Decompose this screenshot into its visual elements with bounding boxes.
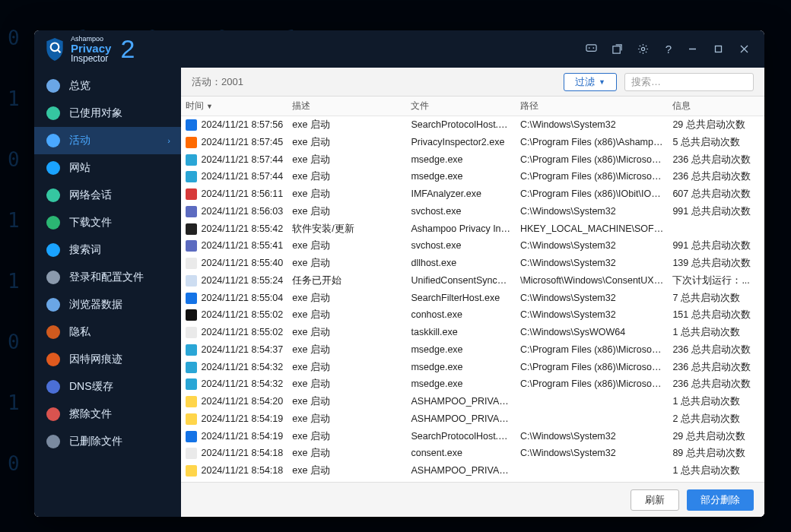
sidebar-icon <box>46 435 60 448</box>
sidebar-item-2[interactable]: 活动› <box>34 127 181 154</box>
sidebar-item-label: 活动 <box>69 134 91 147</box>
row-icon <box>186 431 197 442</box>
search-input[interactable] <box>624 73 754 91</box>
sidebar-item-7[interactable]: 登录和配置文件 <box>34 264 181 291</box>
sidebar-item-6[interactable]: 搜索词 <box>34 236 181 264</box>
chevron-right-icon: › <box>167 136 170 145</box>
close-button[interactable] <box>731 40 757 59</box>
table-row[interactable]: 2024/11/21 8:55:04exe 启动SearchFilterHost… <box>181 290 764 307</box>
sort-desc-icon: ▼ <box>206 103 213 110</box>
sidebar-icon <box>46 298 60 312</box>
row-icon <box>186 223 197 235</box>
table-row[interactable]: 2024/11/21 8:55:40exe 启动dllhost.exeC:\Wi… <box>181 255 764 272</box>
table-row[interactable]: 2024/11/21 8:54:19exe 启动ASHAMPOO_PRIVACY… <box>181 410 764 428</box>
table-row[interactable]: 2024/11/21 8:54:32exe 启动msedge.exeC:\Pro… <box>181 359 764 376</box>
table-row[interactable]: 2024/11/21 8:55:02exe 启动conhost.exeC:\Wi… <box>181 306 764 324</box>
sidebar-item-3[interactable]: 网站 <box>34 154 181 182</box>
sidebar-icon <box>46 353 60 366</box>
footer: 刷新 部分删除 <box>181 482 764 517</box>
table-row[interactable]: 2024/11/21 8:54:19exe 启动SearchProtocolHo… <box>181 428 764 445</box>
sidebar-item-10[interactable]: 因特网痕迹 <box>34 346 181 373</box>
table-row[interactable]: 2024/11/21 8:55:24任务已开始UnifiedConsentSyn… <box>181 272 764 290</box>
maximize-button[interactable] <box>705 40 731 59</box>
brand-bot: Inspector <box>71 54 111 63</box>
sidebar-item-4[interactable]: 网络会话 <box>34 182 181 209</box>
sidebar-icon <box>46 243 60 257</box>
gear-icon[interactable] <box>632 39 653 60</box>
app-window: Ashampoo Privacy Inspector 2 ? 总览已使用对象活动… <box>34 30 764 517</box>
row-icon <box>186 362 197 373</box>
row-icon <box>186 327 197 338</box>
sidebar-item-9[interactable]: 隐私 <box>34 318 181 346</box>
filter-button[interactable]: 过滤 ▼ <box>564 73 617 91</box>
table-row[interactable]: 2024/11/21 8:57:56exe 启动SearchProtocolHo… <box>181 116 764 134</box>
sidebar-item-5[interactable]: 下载文件 <box>34 209 181 236</box>
row-icon <box>186 309 197 321</box>
table-row[interactable]: 2024/11/21 8:55:02exe 启动taskkill.exeC:\W… <box>181 324 764 341</box>
row-icon <box>186 465 197 477</box>
row-icon <box>186 396 197 407</box>
sidebar-icon <box>46 407 60 421</box>
app-logo: Ashampoo Privacy Inspector 2 <box>45 34 135 64</box>
sidebar-item-label: 网络会话 <box>69 188 112 202</box>
activity-count: 活动：2001 <box>192 75 243 89</box>
chevron-down-icon: ▼ <box>599 78 605 86</box>
row-icon <box>186 293 197 304</box>
main-panel: 活动：2001 过滤 ▼ 时间▼ 描述 文件 路径 信息 <box>181 68 764 517</box>
activity-table[interactable]: 时间▼ 描述 文件 路径 信息 2024/11/21 8:57:56exe 启动… <box>181 97 764 482</box>
row-icon <box>186 413 197 425</box>
col-path[interactable]: 路径 <box>516 97 668 116</box>
col-desc[interactable]: 描述 <box>287 97 406 116</box>
table-row[interactable]: 2024/11/21 8:54:37exe 启动msedge.exeC:\Pro… <box>181 341 764 359</box>
row-icon <box>186 171 197 182</box>
sidebar-item-8[interactable]: 浏览器数据 <box>34 291 181 318</box>
sidebar: 总览已使用对象活动›网站网络会话下载文件搜索词登录和配置文件浏览器数据隐私因特网… <box>34 68 181 517</box>
toolbar: 活动：2001 过滤 ▼ <box>181 68 764 97</box>
table-row[interactable]: 2024/11/21 8:56:03exe 启动svchost.exeC:\Wi… <box>181 203 764 220</box>
row-icon <box>186 206 197 217</box>
sidebar-item-0[interactable]: 总览 <box>34 72 181 100</box>
partial-delete-button[interactable]: 部分删除 <box>687 489 754 511</box>
table-row[interactable]: 2024/11/21 8:55:41exe 启动svchost.exeC:\Wi… <box>181 237 764 255</box>
brand-num: 2 <box>120 34 135 64</box>
shield-icon <box>45 37 65 62</box>
sidebar-item-label: 网站 <box>69 161 91 175</box>
table-row[interactable]: 2024/11/21 8:54:32exe 启动msedge.exeC:\Pro… <box>181 375 764 393</box>
feedback-icon[interactable] <box>580 39 602 60</box>
svg-rect-5 <box>612 46 619 53</box>
sidebar-item-label: 已删除文件 <box>69 435 122 448</box>
table-row[interactable]: 2024/11/21 8:57:44exe 启动msedge.exeC:\Pro… <box>181 151 764 169</box>
col-file[interactable]: 文件 <box>406 97 515 116</box>
row-icon <box>186 154 197 166</box>
refresh-button[interactable]: 刷新 <box>631 489 679 511</box>
sidebar-item-label: 已使用对象 <box>69 106 122 120</box>
svg-rect-8 <box>715 46 721 52</box>
table-row[interactable]: 2024/11/21 8:55:42软件安装/更新Ashampoo Privac… <box>181 220 764 238</box>
sidebar-icon <box>46 325 60 339</box>
svg-point-4 <box>592 47 594 49</box>
row-icon <box>186 378 197 390</box>
sidebar-icon <box>46 216 60 230</box>
table-row[interactable]: 2024/11/21 8:57:44exe 启动msedge.exeC:\Pro… <box>181 168 764 185</box>
table-row[interactable]: 2024/11/21 8:56:11exe 启动IMFAnalyzer.exeC… <box>181 185 764 203</box>
sidebar-item-label: 总览 <box>69 79 91 93</box>
external-icon[interactable] <box>606 39 627 60</box>
sidebar-icon <box>46 271 60 284</box>
col-info[interactable]: 信息 <box>668 97 764 116</box>
table-row[interactable]: 2024/11/21 8:54:20exe 启动ASHAMPOO_PRIVACY… <box>181 393 764 410</box>
sidebar-item-13[interactable]: 已删除文件 <box>34 428 181 455</box>
sidebar-item-label: 搜索词 <box>69 243 101 257</box>
row-icon <box>186 119 197 131</box>
table-row[interactable]: 2024/11/21 8:54:18exe 启动consent.exeC:\Wi… <box>181 445 764 462</box>
svg-point-6 <box>641 47 644 50</box>
table-row[interactable]: 2024/11/21 8:54:18exe 启动ASHAMPOO_PRIVACY… <box>181 462 764 480</box>
minimize-button[interactable] <box>679 40 705 59</box>
sidebar-item-12[interactable]: 擦除文件 <box>34 401 181 428</box>
help-icon[interactable]: ? <box>658 39 679 60</box>
col-time[interactable]: 时间▼ <box>181 97 287 116</box>
sidebar-item-11[interactable]: DNS缓存 <box>34 373 181 401</box>
table-row[interactable]: 2024/11/21 8:57:45exe 启动PrivacyInspector… <box>181 134 764 151</box>
row-icon <box>186 258 197 269</box>
sidebar-item-1[interactable]: 已使用对象 <box>34 100 181 127</box>
sidebar-icon <box>46 380 60 394</box>
